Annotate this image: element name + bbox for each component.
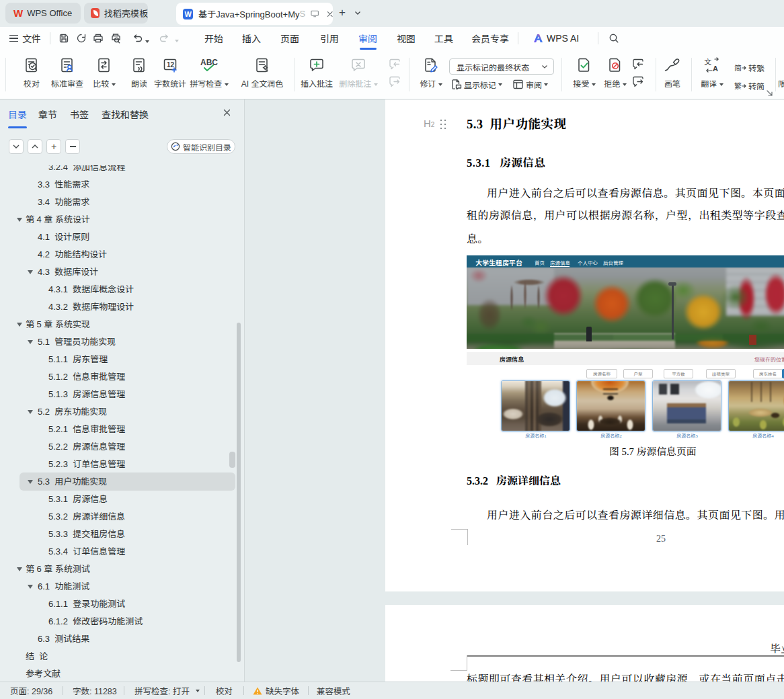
svg-text:A: A <box>713 65 718 73</box>
svg-text:繁: 繁 <box>734 81 742 91</box>
svg-text:12: 12 <box>167 61 175 69</box>
svg-text:简: 简 <box>734 63 742 73</box>
svg-text:文: 文 <box>704 56 711 67</box>
svg-text:ABC: ABC <box>200 58 218 67</box>
